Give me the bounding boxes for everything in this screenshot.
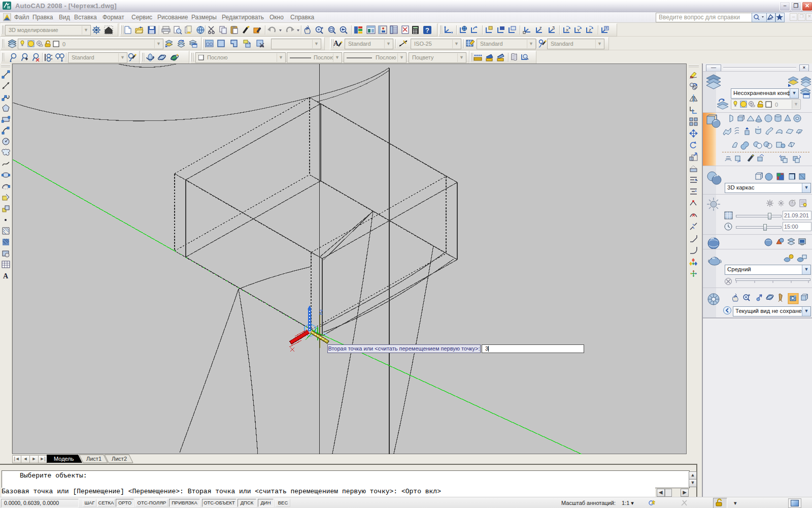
svg-text:3: 3 — [552, 25, 555, 30]
svg-text:Y: Y — [577, 28, 580, 33]
svg-text:A: A — [333, 40, 339, 47]
svg-text:Z: Z — [589, 28, 591, 33]
svg-text:0: 0 — [62, 41, 65, 47]
svg-text:Модель: Модель — [54, 456, 74, 462]
svg-text:X: X — [566, 28, 569, 33]
svg-text:A: A — [3, 272, 9, 280]
svg-text:?: ? — [425, 26, 429, 34]
svg-text:Лист1: Лист1 — [86, 456, 101, 462]
svg-text:z: z — [539, 25, 542, 30]
svg-text:0: 0 — [775, 102, 778, 108]
svg-text:Z: Z — [319, 309, 323, 316]
svg-text:Лист2: Лист2 — [112, 456, 127, 462]
